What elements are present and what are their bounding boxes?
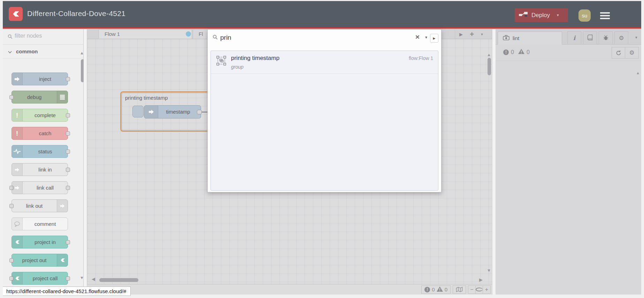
palette-node-label: project in xyxy=(12,236,68,248)
refresh-button[interactable] xyxy=(612,47,625,58)
instance-title: Different-Collared-Dove-4521 xyxy=(27,9,125,18)
palette-category-label: common xyxy=(16,48,38,54)
info-tab-button[interactable]: i xyxy=(567,31,581,45)
palette-node-link-out[interactable]: link out xyxy=(12,199,68,212)
node-output-port[interactable] xyxy=(197,110,202,114)
palette-node-link-in[interactable]: link in xyxy=(12,163,68,176)
palette-node-debug[interactable]: debug xyxy=(12,91,68,104)
tab-toolbar: ▶ + ▾ xyxy=(455,29,492,39)
sidebar-tabs-caret-icon[interactable]: ▾ xyxy=(635,35,637,40)
deploy-icon xyxy=(519,12,528,19)
settings-tab-button[interactable]: ⚙ xyxy=(614,31,628,45)
error-icon: ! xyxy=(424,287,430,292)
canvas-scroll-left-icon[interactable]: ◀ xyxy=(92,276,95,282)
sidebar-tab-bar: lint i ⚙ ▾ xyxy=(496,29,641,45)
clear-search-icon[interactable]: × xyxy=(415,33,420,41)
group-icon xyxy=(216,56,226,67)
palette-node-comment[interactable]: comment xyxy=(12,217,68,230)
search-options-caret-icon[interactable]: ▾ xyxy=(425,35,427,40)
palette-node-catch[interactable]: !catch xyxy=(12,127,68,140)
palette-node-label: catch xyxy=(12,127,68,139)
lint-warning-count: 0 xyxy=(527,49,530,55)
gear-icon: ⚙ xyxy=(619,35,624,42)
sidebar-tab-label: lint xyxy=(513,35,519,41)
palette-node-inject[interactable]: inject xyxy=(12,72,68,85)
canvas-scroll-up-icon[interactable]: ▲ xyxy=(487,52,491,57)
gear-icon: ⚙ xyxy=(625,49,638,56)
palette-node-label: status xyxy=(12,145,68,158)
refresh-icon xyxy=(612,50,625,56)
lint-actions: ⚙ xyxy=(612,47,639,59)
node-red-editor-window: Different-Collared-Dove-4521 Deploy ▾ su… xyxy=(3,1,641,295)
canvas-issues-badge[interactable]: ! 0 0 xyxy=(421,285,451,294)
right-sidebar: lint i ⚙ ▾ ! 0 0 xyxy=(496,29,641,295)
canvas-hscrollbar-thumb[interactable] xyxy=(99,278,138,282)
zoom-controls: − + xyxy=(468,285,491,294)
palette-splitter[interactable] xyxy=(84,29,87,295)
info-icon: i xyxy=(573,35,575,41)
palette-node-label: project out xyxy=(12,254,68,266)
error-icon: ! xyxy=(503,49,509,55)
sidebar-tab-lint[interactable]: lint xyxy=(498,31,562,45)
palette-node-complete[interactable]: !complete xyxy=(12,109,68,122)
palette-category-common[interactable]: common xyxy=(3,45,83,59)
chevron-down-icon xyxy=(8,48,12,55)
warning-icon xyxy=(518,49,524,55)
node-label: timestamp xyxy=(158,106,198,118)
bug-icon xyxy=(603,35,609,42)
search-bar: × ▾ ▶ xyxy=(208,30,441,46)
result-type: group xyxy=(231,64,244,70)
palette-node-label: project call xyxy=(12,272,68,284)
unsaved-changes-dot xyxy=(186,31,191,37)
canvas-scroll-down-icon[interactable]: ▼ xyxy=(487,268,491,273)
lint-toolbar: ! 0 0 ⚙ xyxy=(496,45,641,61)
next-result-button[interactable]: ▶ xyxy=(430,34,438,43)
canvas-scroll-right-icon[interactable]: ▶ xyxy=(479,277,483,282)
palette-filter[interactable] xyxy=(3,29,83,45)
search-icon xyxy=(213,35,218,41)
debug-tab-button[interactable] xyxy=(599,31,613,45)
deploy-options-caret-icon[interactable]: ▾ xyxy=(557,13,559,17)
palette-node-project-in[interactable]: project in xyxy=(12,236,68,249)
palette-node-label: link in xyxy=(12,163,68,176)
palette-node-label: complete xyxy=(12,109,68,121)
lint-status: ! 0 0 xyxy=(503,49,530,55)
tab-scroll-right-icon[interactable]: ▶ xyxy=(459,32,463,37)
search-result-row[interactable]: printing timestampflow:Flow 1group xyxy=(211,51,438,74)
palette-node-status[interactable]: status xyxy=(12,145,68,158)
book-icon xyxy=(587,35,593,42)
main-menu-icon[interactable] xyxy=(600,10,610,21)
palette-node-project-call[interactable]: project call xyxy=(12,272,68,285)
sidebar-splitter[interactable] xyxy=(492,29,496,295)
palette-node-label: link out xyxy=(12,200,68,212)
inject-node-timestamp[interactable]: timestamp xyxy=(144,105,201,119)
user-avatar[interactable]: su xyxy=(578,9,591,22)
zoom-in-button[interactable]: + xyxy=(483,286,490,293)
search-input[interactable] xyxy=(220,32,408,43)
inject-trigger-button[interactable] xyxy=(132,106,144,117)
palette-node-project-out[interactable]: project out xyxy=(12,254,68,267)
deploy-button-label: Deploy xyxy=(531,12,550,19)
result-location: flow:Flow 1 xyxy=(409,55,433,61)
palette-node-label: inject xyxy=(12,73,68,85)
add-flow-icon[interactable]: + xyxy=(470,30,474,38)
zoom-out-button[interactable]: − xyxy=(468,286,476,293)
palette-node-link-call[interactable]: link call xyxy=(12,181,68,194)
tab-flow-1[interactable]: Flow 1 xyxy=(99,29,192,39)
deploy-button[interactable]: Deploy ▾ xyxy=(515,8,568,22)
palette-node-list: injectdebug!complete!catchstatuslink inl… xyxy=(3,72,83,295)
flowfuse-logo-icon[interactable] xyxy=(9,7,23,21)
zoom-reset-button[interactable] xyxy=(476,286,483,293)
palette-node-label: debug xyxy=(12,91,68,103)
help-tab-button[interactable] xyxy=(583,31,597,45)
lint-error-count: 0 xyxy=(511,49,514,55)
medkit-icon xyxy=(503,35,509,41)
palette-filter-input[interactable] xyxy=(15,33,74,39)
canvas-error-count: 0 xyxy=(432,286,435,292)
flow-list-caret-icon[interactable]: ▾ xyxy=(481,32,483,37)
navigator-map-button[interactable] xyxy=(453,285,466,294)
header-bar: Different-Collared-Dove-4521 Deploy ▾ su xyxy=(3,1,641,27)
panel-scroll-up-icon[interactable]: ▲ xyxy=(636,71,640,75)
lint-settings-button[interactable]: ⚙ xyxy=(625,47,638,58)
canvas-vscrollbar-thumb[interactable] xyxy=(488,58,491,75)
